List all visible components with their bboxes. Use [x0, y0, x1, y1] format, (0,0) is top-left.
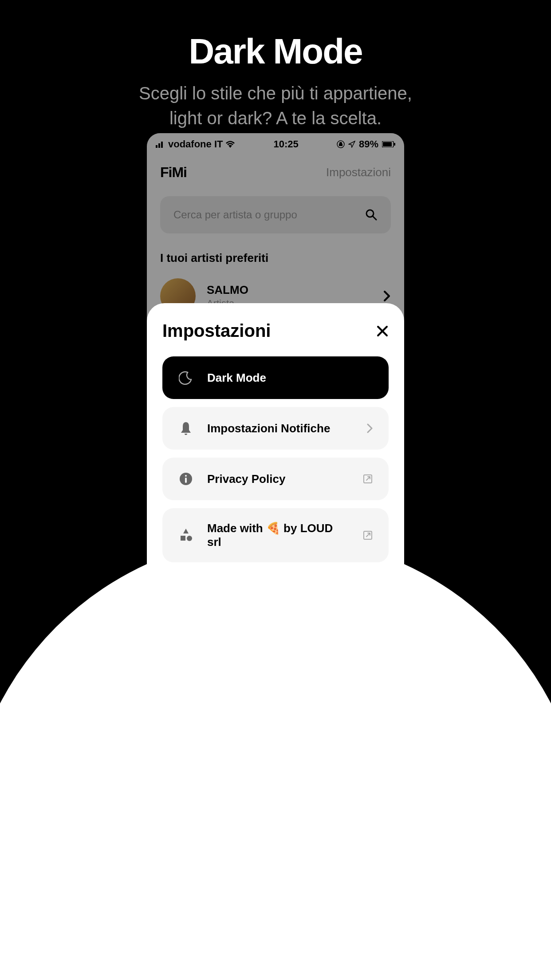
moon-icon: [178, 370, 194, 386]
setting-label: Impostazioni Notifiche: [207, 422, 354, 435]
promo-subtitle: Scegli lo stile che più ti appartiene, l…: [0, 81, 551, 130]
battery-icon: [382, 141, 395, 147]
svg-rect-2: [161, 142, 163, 148]
search-icon: [365, 209, 378, 221]
setting-label: Dark Mode: [207, 371, 373, 385]
svg-rect-13: [185, 478, 187, 483]
search-placeholder: Cerca per artista o gruppo: [173, 209, 297, 221]
svg-marker-15: [183, 529, 189, 533]
svg-rect-6: [394, 143, 395, 146]
artist-name: SALMO: [207, 283, 373, 297]
promo-header: Dark Mode Scegli lo stile che più ti app…: [0, 0, 551, 130]
setting-dark-mode[interactable]: Dark Mode: [162, 356, 389, 399]
carrier-name: vodafone IT: [168, 138, 223, 150]
status-right: 89%: [337, 138, 395, 150]
svg-line-8: [373, 216, 376, 220]
promo-title: Dark Mode: [0, 31, 551, 72]
settings-link[interactable]: Impostazioni: [326, 166, 391, 179]
favorites-section-title: I tuoi artisti preferiti: [147, 245, 404, 272]
location-icon: [348, 141, 355, 148]
external-link-icon: [362, 530, 373, 541]
app-logo: FiMi: [160, 164, 187, 181]
app-header: FiMi Impostazioni: [147, 155, 404, 185]
background-circle: [0, 536, 551, 980]
svg-rect-1: [158, 143, 160, 148]
sheet-title: Impostazioni: [162, 321, 271, 341]
setting-label: Made with 🍕 by LOUD srl: [207, 522, 349, 549]
svg-point-17: [187, 536, 192, 541]
close-button[interactable]: [376, 325, 389, 337]
orientation-lock-icon: [337, 140, 345, 148]
settings-bottom-sheet: Impostazioni Dark Mode Impostazioni Noti…: [147, 303, 404, 593]
svg-rect-16: [181, 536, 185, 541]
sheet-header: Impostazioni: [162, 321, 389, 341]
setting-notifications[interactable]: Impostazioni Notifiche: [162, 407, 389, 450]
setting-label: Privacy Policy: [207, 472, 349, 486]
search-box[interactable]: Cerca per artista o gruppo: [160, 196, 391, 233]
svg-rect-0: [156, 145, 157, 148]
signal-icon: [156, 141, 165, 148]
svg-rect-5: [383, 142, 392, 146]
shapes-icon: [178, 527, 194, 543]
bell-icon: [178, 420, 194, 436]
info-icon: [178, 471, 194, 487]
wifi-icon: [225, 141, 235, 148]
svg-point-12: [185, 475, 187, 477]
setting-privacy[interactable]: Privacy Policy: [162, 458, 389, 500]
external-link-icon: [362, 474, 373, 484]
status-bar: vodafone IT 10:25 89%: [147, 133, 404, 155]
status-time: 10:25: [274, 138, 299, 150]
setting-credits[interactable]: Made with 🍕 by LOUD srl: [162, 508, 389, 562]
chevron-right-icon: [384, 291, 391, 301]
battery-percent: 89%: [359, 138, 378, 150]
phone-frame: vodafone IT 10:25 89% FiMi Impostazioni …: [147, 133, 404, 593]
status-left: vodafone IT: [156, 138, 235, 150]
chevron-right-icon: [367, 423, 373, 433]
